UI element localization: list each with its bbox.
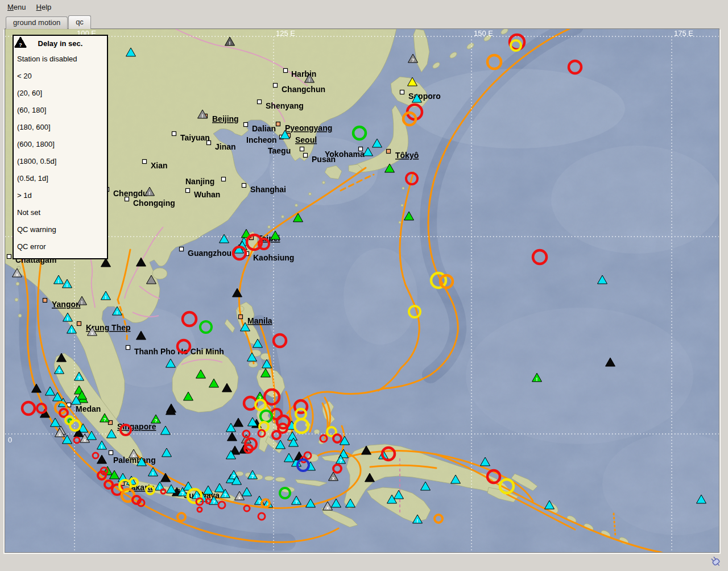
map-frame: 100 E125 E150 E175 E0 HarbinChangchunShe… bbox=[5, 28, 719, 553]
svg-text:Nanjing: Nanjing bbox=[185, 177, 214, 186]
legend-label: (20, 60] bbox=[17, 89, 42, 97]
legend-label: (600, 1800] bbox=[17, 140, 55, 148]
legend-item: < 20 bbox=[17, 67, 104, 84]
svg-text:Guangzhou: Guangzhou bbox=[188, 249, 231, 258]
svg-text:!: ! bbox=[536, 376, 538, 382]
svg-text:Chongqing: Chongqing bbox=[133, 198, 175, 208]
svg-text:Harbin: Harbin bbox=[291, 69, 316, 78]
svg-text:x: x bbox=[59, 432, 61, 437]
status-bar bbox=[0, 553, 728, 571]
svg-text:Wuhan: Wuhan bbox=[194, 190, 220, 199]
app-window: { "menu": {"items": [{"label": "Menu"}, … bbox=[0, 0, 728, 571]
svg-text:Incheon: Incheon bbox=[246, 135, 277, 144]
svg-text:!: ! bbox=[117, 310, 118, 316]
city-changchun: Changchun bbox=[274, 84, 326, 94]
legend-label: > 1d bbox=[17, 191, 32, 200]
svg-text:x: x bbox=[326, 505, 329, 511]
tab-bar: ground motionqc bbox=[6, 17, 92, 29]
svg-text:Dalian: Dalian bbox=[252, 124, 276, 133]
legend-label: (180, 600] bbox=[17, 123, 51, 131]
svg-text:?: ? bbox=[212, 499, 215, 505]
svg-text:!: ! bbox=[67, 316, 69, 322]
svg-text:?: ? bbox=[181, 491, 184, 496]
svg-text:!: ! bbox=[229, 40, 231, 46]
svg-text:Jinan: Jinan bbox=[215, 142, 236, 151]
svg-text:x: x bbox=[91, 330, 94, 336]
svg-text:x: x bbox=[133, 453, 135, 458]
legend-item: xStation is disabled bbox=[17, 50, 104, 67]
legend-title: Delay in sec. bbox=[17, 39, 104, 48]
svg-text:?: ? bbox=[251, 474, 254, 479]
svg-text:!: ! bbox=[67, 283, 68, 288]
city-guangzhou: Guangzhou bbox=[180, 247, 232, 258]
legend-item: ?QC error bbox=[17, 238, 104, 255]
svg-text:x: x bbox=[238, 495, 241, 500]
legend-item: !QC warning bbox=[17, 221, 104, 238]
svg-text:!: ! bbox=[309, 77, 311, 83]
svg-text:Tôkyô: Tôkyô bbox=[395, 151, 419, 160]
svg-text:?: ? bbox=[339, 458, 342, 464]
svg-text:x: x bbox=[84, 437, 86, 443]
svg-text:?: ? bbox=[154, 418, 157, 424]
svg-text:?: ? bbox=[232, 474, 235, 479]
legend-item: Not set bbox=[17, 204, 104, 221]
legend-item: (1800, 0.5d] bbox=[17, 152, 104, 169]
svg-text:!: ! bbox=[417, 518, 419, 524]
svg-text:Xian: Xian bbox=[151, 161, 168, 170]
map-canvas[interactable]: 100 E125 E150 E175 E0 HarbinChangchunShe… bbox=[5, 29, 719, 552]
svg-text:?: ? bbox=[103, 417, 106, 423]
svg-text:Medan: Medan bbox=[76, 404, 101, 413]
city-thanh-pho-ho-chi-minh: Thanh Pho Ho Chi Minh bbox=[126, 346, 224, 357]
legend-label: Station is disabled bbox=[17, 55, 77, 63]
legend-item: (20, 60] bbox=[17, 84, 104, 101]
svg-text:Beijing: Beijing bbox=[212, 114, 239, 123]
tab-qc[interactable]: qc bbox=[68, 15, 91, 29]
svg-text:!: ! bbox=[101, 444, 103, 450]
svg-text:Kaohsiung: Kaohsiung bbox=[253, 253, 294, 262]
menu-item-help[interactable]: Help bbox=[31, 1, 57, 13]
svg-text:Seoul: Seoul bbox=[295, 135, 317, 144]
svg-text:Shenyang: Shenyang bbox=[266, 101, 304, 110]
legend-label: QC error bbox=[17, 242, 46, 251]
svg-text:Manila: Manila bbox=[247, 316, 272, 325]
legend-triangle-icon: ? bbox=[14, 36, 27, 48]
svg-text:?: ? bbox=[258, 499, 260, 505]
svg-text:!: ! bbox=[81, 300, 83, 305]
svg-text:Yangon: Yangon bbox=[52, 300, 81, 309]
svg-text:!: ! bbox=[202, 113, 204, 119]
svg-text:?: ? bbox=[411, 57, 414, 63]
svg-text:Taegu: Taegu bbox=[268, 146, 291, 155]
legend: Delay in sec. xStation is disabled< 20(2… bbox=[13, 35, 108, 259]
legend-item: (600, 1800] bbox=[17, 135, 104, 152]
svg-text:Chengdu: Chengdu bbox=[113, 189, 148, 198]
legend-item: > 1d bbox=[17, 187, 104, 204]
legend-label: Not set bbox=[17, 208, 40, 217]
legend-item: (180, 600] bbox=[17, 118, 104, 135]
legend-item: (0.5d, 1d] bbox=[17, 169, 104, 187]
legend-label: (1800, 0.5d] bbox=[17, 157, 56, 165]
svg-text:Shanghai: Shanghai bbox=[250, 185, 286, 194]
legend-item: (60, 180] bbox=[17, 101, 104, 118]
svg-text:Pyeongyang: Pyeongyang bbox=[285, 123, 332, 133]
legend-label: (0.5d, 1d] bbox=[17, 174, 48, 183]
legend-label: (60, 180] bbox=[17, 106, 46, 114]
legend-label: QC warning bbox=[17, 225, 56, 234]
svg-text:?: ? bbox=[295, 499, 297, 505]
menu-item-menu[interactable]: Menu bbox=[2, 1, 31, 13]
latitude-label: 0 bbox=[8, 436, 12, 444]
tab-ground-motion[interactable]: ground motion bbox=[6, 16, 68, 29]
svg-text:Sapporo: Sapporo bbox=[408, 92, 441, 101]
menu-bar: MenuHelp bbox=[0, 0, 728, 14]
legend-label: < 20 bbox=[17, 72, 32, 80]
longitude-label: 125 E bbox=[276, 29, 295, 38]
svg-text:x: x bbox=[332, 475, 335, 481]
svg-text:!: ! bbox=[105, 295, 107, 300]
svg-text:x: x bbox=[16, 272, 19, 278]
svg-text:?: ? bbox=[77, 375, 80, 381]
svg-text:Yokohama: Yokohama bbox=[325, 150, 365, 159]
svg-text:Changchun: Changchun bbox=[282, 85, 325, 94]
svg-text:!: ! bbox=[58, 279, 60, 284]
connection-plug-icon bbox=[709, 556, 723, 568]
svg-text:!: ! bbox=[149, 191, 151, 196]
svg-text:!: ! bbox=[152, 471, 154, 477]
